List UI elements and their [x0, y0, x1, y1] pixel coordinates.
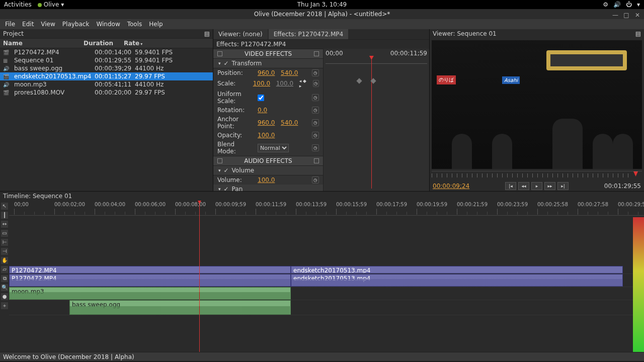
volume-section[interactable]: ▾✓Volume [213, 166, 323, 175]
app-menu[interactable]: Olive ▾ [38, 1, 64, 8]
video-track-1[interactable]: P1270472.MP4 endsketch20170513.mp4 [9, 266, 644, 274]
uniform-scale-checkbox[interactable] [258, 95, 264, 101]
add-audio-effect-icon[interactable] [314, 158, 319, 163]
edit-tool[interactable]: ┃ [1, 212, 8, 219]
volume-keyframe-button[interactable]: ◷ [312, 176, 319, 184]
opacity-value[interactable]: 100.0 [258, 132, 277, 139]
project-item[interactable]: 🎬endsketch20170513.mp400:01:15;2729.97 F… [0, 72, 213, 80]
audio-track-3[interactable]: bass sweep.ogg [9, 300, 644, 315]
panel-menu-icon[interactable]: ▤ [204, 30, 210, 37]
zoom-tool[interactable]: 🔍 [1, 284, 8, 291]
menu-help[interactable]: Help [149, 21, 163, 28]
rotation-keyframe-button[interactable]: ◷ [312, 107, 319, 114]
tab-effects[interactable]: Effects: P1270472.MP4 [269, 29, 348, 39]
clip-a1-b: endsketch20170513.mp4 [291, 274, 623, 287]
position-keyframe-button[interactable]: ◷ [312, 69, 319, 76]
minimize-button[interactable]: — [612, 10, 619, 20]
activities-button[interactable]: Activities [4, 1, 32, 8]
anchor-keyframe-button[interactable]: ◷ [312, 119, 319, 126]
project-item[interactable]: 🔊moon.mp300:05:41;1144100 Hz [0, 80, 213, 88]
pointer-tool[interactable]: ↖ [1, 203, 8, 210]
clock: Thu Jan 3, 10:49 [297, 1, 347, 8]
blend-mode-select[interactable]: Normal [258, 144, 289, 152]
viewer-duration: 00:01:29;55 [604, 183, 641, 190]
maximize-button[interactable]: □ [623, 10, 630, 20]
user-menu-icon[interactable]: ▾ [637, 1, 640, 8]
menu-playback[interactable]: Playback [62, 21, 90, 28]
audio-track-1[interactable]: P1270472.MP4 endsketch20170513.mp4 [9, 274, 644, 287]
rewind-button[interactable]: ◂◂ [518, 182, 529, 190]
play-button[interactable]: ▸ [531, 182, 542, 190]
timeline-tools: ↖ ┃ ↔ ▭ ⊢ ⊣ ✋ ▱ ⧉ 🔍 ● ＋ [0, 201, 9, 352]
position-x[interactable]: 960.0 [258, 69, 277, 76]
menu-window[interactable]: Window [96, 21, 120, 28]
menu-edit[interactable]: Edit [22, 21, 34, 28]
power-icon[interactable]: ⏻ [626, 1, 632, 8]
desktop-topbar: Activities Olive ▾ Thu Jan 3, 10:49 ⚙ 🔊 … [0, 0, 644, 9]
timeline-ruler[interactable]: 00;0000:00:02;0000:00:04;0000:00:06;0000… [9, 201, 644, 216]
scale-y[interactable]: 100.0 [276, 80, 295, 87]
viewer-panel: Viewer: Sequence 01▤ のりば Asahi DOTONBORI… [430, 29, 644, 191]
transform-section[interactable]: ▾✓Transform [213, 59, 323, 68]
effects-subtitle: Effects: P1270472.MP4 [213, 40, 429, 49]
blend-keyframe-button[interactable]: ◷ [312, 144, 319, 151]
audio-meter [633, 217, 644, 352]
close-button[interactable]: ✕ [634, 10, 641, 20]
scale-x[interactable]: 100.0 [253, 80, 272, 87]
add-video-effect-icon[interactable] [314, 51, 319, 56]
menu-tools[interactable]: Tools [127, 21, 142, 28]
viewer-canvas[interactable]: のりば Asahi DOTONBORI [432, 40, 642, 169]
column-name[interactable]: Name [3, 40, 84, 47]
transition-tool[interactable]: ▱ [1, 266, 8, 273]
column-rate[interactable]: Rate [124, 40, 210, 47]
window-titlebar: Olive (December 2018 | Alpha) - <untitle… [0, 9, 644, 19]
timeline-area[interactable]: 00;0000:00:02;0000:00:04;0000:00:06;0000… [9, 201, 644, 352]
scale-keyframe-button[interactable]: ◷ [313, 80, 319, 87]
record-tool[interactable]: ● [1, 293, 8, 300]
slip-tool[interactable]: ⊢ [1, 239, 8, 246]
fast-forward-button[interactable]: ▸▸ [544, 182, 555, 190]
anchor-x[interactable]: 960.0 [258, 119, 277, 126]
viewer-current-time[interactable]: 00:00:09;24 [433, 183, 469, 190]
rotation-value[interactable]: 0.0 [258, 107, 277, 114]
position-y[interactable]: 540.0 [281, 69, 300, 76]
ripple-tool[interactable]: ↔ [1, 221, 8, 228]
project-item[interactable]: 🔊bass sweep.ogg00:00:39;2944100 Hz [0, 64, 213, 72]
clip-a1-a: P1270472.MP4 [9, 274, 291, 287]
project-title: Project [3, 30, 24, 37]
project-file-list: 🎬P1270472.MP400:00:14;0059.9401 FPS▦Sequ… [0, 48, 213, 191]
clip-v1-a: P1270472.MP4 [9, 266, 291, 274]
razor-tool[interactable]: ▭ [1, 230, 8, 237]
snap-tool[interactable]: ⧉ [1, 275, 8, 282]
statusbar: Welcome to Olive (December 2018 | Alpha) [0, 352, 644, 361]
video-effects-toggle-icon[interactable] [217, 51, 222, 56]
menubar: File Edit View Playback Window Tools Hel… [0, 19, 644, 29]
project-item[interactable]: 🎬prores1080.MOV00:00:20;0029.97 FPS [0, 88, 213, 97]
project-panel: Project▤ Name Duration Rate 🎬P1270472.MP… [0, 29, 213, 191]
window-title: Olive (December 2018 | Alpha) - <untitle… [254, 11, 390, 18]
uniform-keyframe-button[interactable]: ◷ [312, 94, 319, 101]
audio-effects-toggle-icon[interactable] [217, 158, 222, 163]
slide-tool[interactable]: ⊣ [1, 248, 8, 255]
tab-viewer-none[interactable]: Viewer: (none) [213, 29, 268, 39]
project-item[interactable]: 🎬P1270472.MP400:00:14;0059.9401 FPS [0, 48, 213, 56]
menu-file[interactable]: File [5, 21, 15, 28]
goto-end-button[interactable]: ▸| [557, 182, 569, 190]
project-item[interactable]: ▦Sequence 0100:01:29;5559.9401 FPS [0, 56, 213, 64]
pan-section[interactable]: ▾✓Pan [213, 185, 323, 191]
menu-view[interactable]: View [41, 21, 55, 28]
hand-tool[interactable]: ✋ [1, 257, 8, 264]
viewer-ruler[interactable] [432, 171, 642, 181]
audio-track-2[interactable]: moon.mp3 [9, 287, 644, 300]
anchor-y[interactable]: 540.0 [281, 119, 300, 126]
opacity-keyframe-button[interactable]: ◷ [312, 132, 319, 139]
column-duration[interactable]: Duration [84, 40, 124, 47]
panel-menu-icon[interactable]: ▤ [635, 30, 641, 37]
clip-v1-b: endsketch20170513.mp4 [291, 266, 623, 274]
volume-value[interactable]: 100.0 [258, 176, 277, 184]
volume-icon[interactable]: 🔊 [613, 1, 621, 8]
network-icon[interactable]: ⚙ [603, 1, 608, 8]
effects-keyframe-area[interactable]: 00;0000:00:11;59 [323, 49, 429, 191]
goto-start-button[interactable]: |◂ [505, 182, 516, 190]
add-tool[interactable]: ＋ [1, 302, 8, 309]
